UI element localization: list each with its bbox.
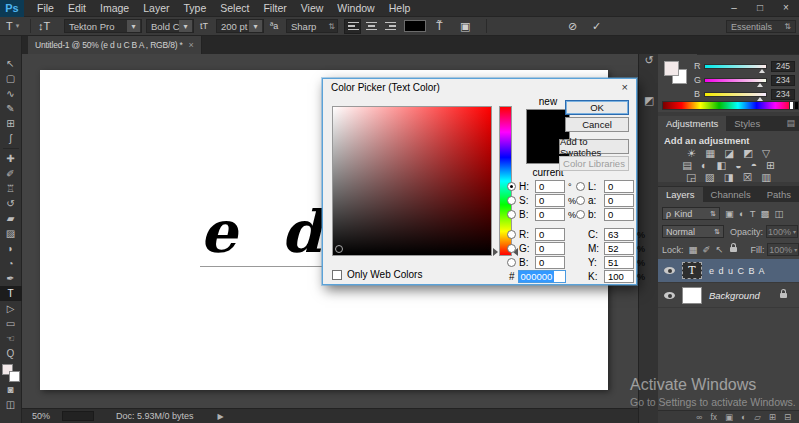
photo-filter-icon[interactable]: ◒ xyxy=(735,159,741,171)
background-layer-thumbnail[interactable] xyxy=(682,287,702,304)
lock-paint-icon[interactable]: ✐ xyxy=(703,244,711,255)
workspace-select[interactable]: Essentials ⇅ xyxy=(726,20,796,33)
crop-tool[interactable]: ⊞ xyxy=(0,116,22,131)
spectrum-black-cap[interactable] xyxy=(794,101,799,110)
text-layer-thumbnail[interactable]: T xyxy=(682,262,702,279)
brush-tool[interactable]: ✐ xyxy=(0,166,22,181)
hex-input[interactable]: 000000 xyxy=(518,270,566,283)
clone-stamp-tool[interactable]: ♖ xyxy=(0,181,22,196)
selective-color-icon[interactable]: ☒ xyxy=(743,171,752,183)
vibrance-icon[interactable]: ▽ xyxy=(762,147,770,159)
type-tool[interactable]: T xyxy=(0,286,22,301)
font-size-select[interactable]: 200 pt ▾ xyxy=(216,19,264,33)
tab-paths[interactable]: Paths xyxy=(759,187,799,202)
font-family-select[interactable]: Tekton Pro ▾ xyxy=(64,19,142,33)
filter-type-layers-icon[interactable]: T xyxy=(750,208,756,219)
background-layer-name[interactable]: Background xyxy=(709,290,760,301)
warp-text-icon[interactable]: T̃ xyxy=(436,20,443,32)
link-layers-icon[interactable]: ∞ xyxy=(696,412,702,422)
filter-pixel-layers-icon[interactable]: ▣ xyxy=(725,208,734,219)
channel-mixer-icon[interactable]: ◓ xyxy=(751,159,757,171)
lab-b-input[interactable]: 0 xyxy=(604,208,634,221)
zoom-input[interactable] xyxy=(62,411,94,421)
b2-input[interactable]: 0 xyxy=(535,256,565,269)
menu-select[interactable]: Select xyxy=(213,0,256,17)
blend-mode-select[interactable]: Normal ⇅ xyxy=(662,225,724,238)
font-style-arrow-icon[interactable]: ▾ xyxy=(179,20,192,32)
minimize-button[interactable]: – xyxy=(721,0,747,16)
green-slider-handle[interactable] xyxy=(757,83,763,87)
green-slider[interactable] xyxy=(704,78,767,83)
hue-saturation-icon[interactable]: ▤ xyxy=(682,159,692,171)
fill-value[interactable]: 100% ▾ xyxy=(767,243,799,256)
anti-alias-select[interactable]: Sharp ⇅ xyxy=(286,19,338,33)
dialog-close-icon[interactable]: × xyxy=(622,81,628,93)
menu-edit[interactable]: Edit xyxy=(61,0,93,17)
g-input[interactable]: 0 xyxy=(535,242,565,255)
dodge-tool[interactable]: ◔ xyxy=(0,256,22,271)
dialog-title-bar[interactable]: Color Picker (Text Color) × xyxy=(323,79,636,98)
menu-filter[interactable]: Filter xyxy=(256,0,293,17)
menu-file[interactable]: File xyxy=(30,0,61,17)
blue-slider-handle[interactable] xyxy=(757,97,763,101)
screen-mode-icon[interactable]: ◫ xyxy=(0,397,22,412)
background-layer-visibility-eye-icon[interactable] xyxy=(664,292,675,299)
k-input[interactable]: 100 xyxy=(604,270,634,283)
color-field[interactable] xyxy=(332,106,492,256)
r-input[interactable]: 0 xyxy=(535,228,565,241)
history-panel-icon[interactable]: ↺ xyxy=(639,54,659,67)
filter-smart-object-icon[interactable]: ◫ xyxy=(775,208,784,219)
s-radio[interactable] xyxy=(507,196,516,205)
menu-window[interactable]: Window xyxy=(330,0,381,17)
hue-slider-handle-left[interactable] xyxy=(493,248,498,256)
text-color-swatch[interactable] xyxy=(404,20,426,32)
b-radio[interactable] xyxy=(507,210,516,219)
hand-tool[interactable]: ☜ xyxy=(0,331,22,346)
status-options-arrow-icon[interactable]: ▶ xyxy=(218,412,224,421)
h-input[interactable]: 0 xyxy=(535,180,565,193)
tab-channels[interactable]: Channels xyxy=(703,187,759,202)
curves-icon[interactable]: ◪ xyxy=(724,147,734,159)
blue-value[interactable]: 234 xyxy=(771,89,795,100)
cancel-button[interactable]: Cancel xyxy=(565,117,629,132)
blue-slider[interactable] xyxy=(704,92,767,97)
posterize-icon[interactable]: ▨ xyxy=(705,171,715,183)
color-balance-icon[interactable]: ◐ xyxy=(701,159,707,171)
h-radio[interactable] xyxy=(507,182,516,191)
shape-tool[interactable]: ▭ xyxy=(0,316,22,331)
delete-layer-icon[interactable]: ⊟ xyxy=(784,412,791,422)
restore-button[interactable]: □ xyxy=(747,0,773,16)
y-input[interactable]: 51 xyxy=(604,256,634,269)
foreground-background-swatches[interactable] xyxy=(2,364,20,382)
text-orientation-icon[interactable]: ↕T xyxy=(38,20,50,32)
tab-layers[interactable]: Layers xyxy=(658,187,703,202)
marquee-tool[interactable]: ▢ xyxy=(0,71,22,86)
layer-mask-icon[interactable]: ▣ xyxy=(725,412,733,422)
tab-adjustments[interactable]: Adjustments xyxy=(658,116,726,131)
color-libraries-button[interactable]: Color Libraries xyxy=(559,156,629,171)
layer-style-fx-icon[interactable]: fx xyxy=(710,412,717,422)
only-web-colors-checkbox[interactable] xyxy=(332,270,342,280)
new-group-icon[interactable]: ▱ xyxy=(754,412,761,422)
text-layer-name[interactable]: e d u C B A xyxy=(709,266,766,276)
r-radio[interactable] xyxy=(507,230,516,239)
red-value[interactable]: 245 xyxy=(771,61,795,72)
commit-edits-icon[interactable]: ✓ xyxy=(592,20,601,33)
blur-tool[interactable]: ◗ xyxy=(0,241,22,256)
red-slider-handle[interactable] xyxy=(759,69,765,73)
anti-alias-updown-icon[interactable]: ⇅ xyxy=(328,22,337,31)
c-input[interactable]: 63 xyxy=(604,228,634,241)
eyedropper-tool[interactable]: ʃ xyxy=(0,131,22,146)
workspace-updown-icon[interactable]: ⇅ xyxy=(784,22,791,31)
black-white-icon[interactable]: ◧ xyxy=(716,159,726,171)
close-button[interactable]: × xyxy=(773,0,799,16)
layer-filter-select[interactable]: ρ Kind ⇅ xyxy=(662,207,720,220)
l-input[interactable]: 0 xyxy=(604,180,634,193)
menu-view[interactable]: View xyxy=(294,0,331,17)
document-tab[interactable]: Untitled-1 @ 50% (e d u C B A , RGB/8) *… xyxy=(28,36,202,54)
lock-all-icon[interactable] xyxy=(730,247,737,252)
lock-transparency-icon[interactable]: ▦ xyxy=(689,244,698,255)
menu-image[interactable]: Image xyxy=(93,0,136,17)
path-selection-tool[interactable]: ▷ xyxy=(0,301,22,316)
quick-selection-tool[interactable]: ✎ xyxy=(0,101,22,116)
